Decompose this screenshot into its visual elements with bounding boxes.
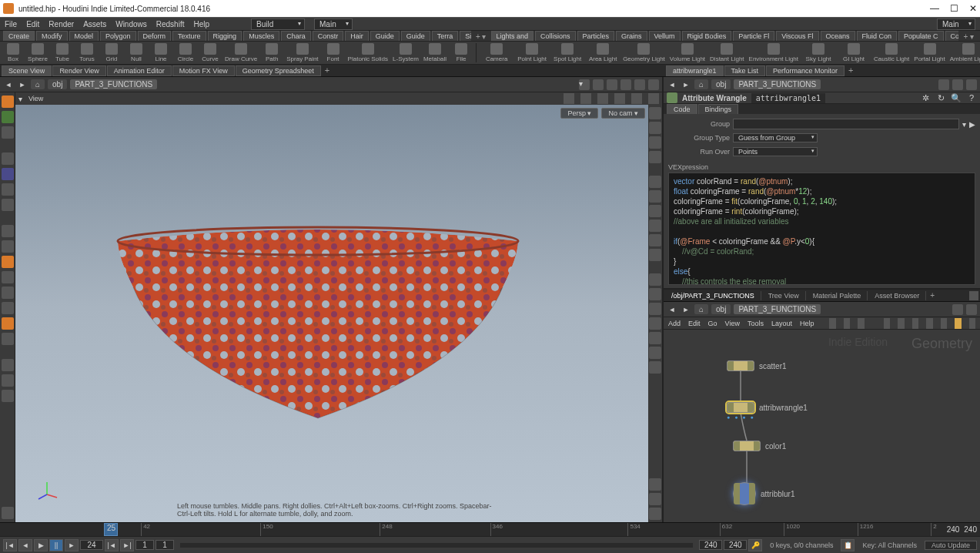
menu-help[interactable]: Help	[193, 20, 209, 28]
rs-2[interactable]	[649, 122, 661, 134]
ntab-path[interactable]: /obj/PART_3_FUNCTIONS	[665, 291, 761, 300]
group-select-icon[interactable]: ▶	[969, 120, 975, 129]
shelf-tool[interactable]: Circle	[176, 43, 196, 62]
group-input[interactable]	[733, 119, 959, 129]
pane-add[interactable]: +	[845, 65, 856, 76]
shelf-tool[interactable]: Null	[126, 43, 146, 62]
tool-handles[interactable]	[2, 96, 14, 108]
shelf-tab[interactable]: Grains	[616, 31, 647, 41]
rs-13[interactable]	[649, 303, 661, 315]
shelf-tool[interactable]: Font	[323, 43, 343, 62]
node-name-field[interactable]: attribwrangle1	[751, 93, 825, 103]
tool-e[interactable]	[2, 287, 14, 299]
shelf-tab[interactable]: Rigging	[208, 31, 242, 41]
rs-1[interactable]	[649, 107, 661, 119]
ppath-pin[interactable]	[938, 79, 949, 90]
ppath-node[interactable]: PART_3_FUNCTIONS	[734, 79, 821, 89]
shelf-tab[interactable]: Guide	[370, 31, 400, 41]
tool-i[interactable]	[2, 359, 14, 371]
rs-8[interactable]	[649, 220, 661, 232]
pathbar-pin[interactable]	[593, 79, 604, 90]
npath-fwd[interactable]: ►	[681, 304, 691, 315]
play-prev[interactable]: ◄	[18, 539, 32, 551]
frame-input[interactable]	[80, 540, 103, 550]
shelf-tool[interactable]: Sky Light	[803, 43, 834, 62]
rs-12[interactable]	[649, 288, 661, 300]
shelf-tool[interactable]: Distant Light	[710, 43, 744, 62]
pathbar-icon-3[interactable]	[620, 79, 631, 90]
nmenu-edit[interactable]: Edit	[688, 320, 701, 327]
ntab-asset[interactable]: Asset Browser	[868, 291, 926, 300]
vp-btn-6[interactable]	[648, 93, 659, 104]
runover-dropdown[interactable]: Points	[733, 147, 818, 156]
path-obj[interactable]: obj	[48, 79, 67, 89]
shelf-tab[interactable]: Terra	[432, 31, 459, 41]
rs-20[interactable]	[649, 508, 661, 520]
param-gear-icon[interactable]: ✲	[920, 92, 931, 103]
menu-file[interactable]: File	[5, 20, 17, 28]
keys-label[interactable]: 0 keys, 0/0 channels	[764, 541, 839, 549]
vp-btn-2[interactable]	[580, 93, 591, 104]
network-editor[interactable]: Indie Edition Geometry scatter1attribwra…	[664, 330, 980, 522]
shelf-tool[interactable]: Line	[151, 43, 171, 62]
timeline-cursor[interactable]: 25	[104, 523, 118, 536]
menu-assets[interactable]: Assets	[83, 20, 106, 28]
vp-btn-4[interactable]	[614, 93, 625, 104]
range-end2[interactable]	[724, 540, 747, 550]
maximize-button[interactable]: ☐	[950, 3, 958, 14]
network-node[interactable]: scatter1	[727, 360, 787, 371]
ppath-back[interactable]: ◄	[667, 79, 677, 90]
npath-pin[interactable]	[952, 304, 963, 315]
shelf-tab[interactable]: Chara	[281, 31, 311, 41]
tool-f[interactable]	[2, 302, 14, 314]
npath-node[interactable]: PART_3_FUNCTIONS	[734, 304, 821, 314]
pane-tab[interactable]: Scene View	[2, 65, 52, 76]
rs-9[interactable]	[649, 234, 661, 246]
shelf-tool[interactable]: Tube	[52, 43, 72, 62]
menu-windows[interactable]: Windows	[115, 20, 147, 28]
rs-5[interactable]	[649, 176, 661, 188]
nbtn-10[interactable]	[969, 318, 975, 329]
ppath-obj[interactable]: obj	[711, 79, 731, 89]
rs-10[interactable]	[649, 249, 661, 261]
shelf-tool[interactable]: Area Light	[587, 43, 618, 62]
tool-bottom[interactable]	[2, 507, 14, 519]
nmenu-tools[interactable]: Tools	[748, 320, 764, 327]
shelf-tool[interactable]: Curve	[200, 43, 220, 62]
shelf-add-button-2[interactable]: + ▾	[960, 32, 977, 41]
shelf-tab[interactable]: Texture	[172, 31, 206, 41]
shelf-tab[interactable]: Container	[945, 31, 959, 41]
viewport-label[interactable]: View	[28, 95, 43, 102]
shelf-tab[interactable]: Vellum	[649, 31, 681, 41]
shelf-tab[interactable]: Constr	[313, 31, 344, 41]
rs-18[interactable]	[649, 478, 661, 491]
grouptype-dropdown[interactable]: Guess from Group	[733, 133, 818, 142]
shelf-tool[interactable]: Sphere	[28, 43, 48, 62]
desktop-dropdown[interactable]: Build	[251, 18, 305, 30]
shelf-tool[interactable]: Box	[3, 43, 23, 62]
cam-dropdown[interactable]: No cam ▾	[601, 108, 645, 119]
tool-a[interactable]	[2, 225, 14, 237]
nbtn-1[interactable]	[829, 318, 835, 329]
menu-edit[interactable]: Edit	[26, 20, 39, 28]
nbtn-9[interactable]	[955, 318, 961, 329]
shelf-tool[interactable]: Caustic Light	[874, 43, 909, 62]
npath-i2[interactable]	[966, 304, 977, 315]
shelf-tab[interactable]: Model	[69, 31, 99, 41]
tool-j[interactable]	[2, 374, 14, 387]
tab-bindings[interactable]: Bindings	[698, 104, 739, 114]
channels-icon[interactable]: 📋	[841, 539, 855, 551]
ppath-i2[interactable]	[952, 79, 963, 90]
shelf-tool[interactable]: Spot Light	[552, 43, 583, 62]
tool-3[interactable]	[2, 126, 14, 139]
range-end[interactable]	[699, 540, 722, 550]
timeline[interactable]: 25 42150248346534632102012162 240 240	[0, 522, 980, 536]
npath-back[interactable]: ◄	[667, 304, 677, 315]
shelf-tab[interactable]: Oceans	[821, 31, 855, 41]
ntab-icon[interactable]	[969, 291, 978, 300]
shelf-tool[interactable]: L-System	[393, 43, 419, 62]
ntab-material[interactable]: Material Palette	[807, 291, 868, 300]
ppath-obj-icon[interactable]: ⌂	[694, 79, 708, 89]
ntab-tree[interactable]: Tree View	[762, 291, 806, 300]
param-search-icon[interactable]: 🔍	[951, 92, 962, 103]
